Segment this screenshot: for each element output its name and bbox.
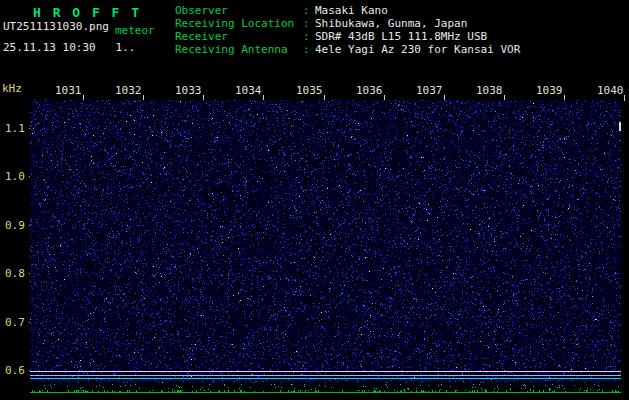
time-label: 1033 [175,84,202,97]
mode-label: meteor [115,24,155,37]
time-label: 1039 [536,84,563,97]
freq-label: 0.9 [5,219,25,232]
info-label: Observer [175,4,303,17]
filename-line: UT2511131030.pngmeteor [3,20,155,33]
time-label: 1034 [235,84,262,97]
station-info: Observer:Masaki Kano Receiving Location:… [175,4,520,56]
hrofft-screen: H R O F F T UT2511131030.pngmeteor 25.11… [0,0,629,400]
time-label: 1031 [55,84,82,97]
time-label: 1038 [476,84,503,97]
info-value: Masaki Kano [315,4,388,17]
info-separator: : [303,17,315,30]
time-label: 1035 [296,84,323,97]
info-value: Shibukawa, Gunma, Japan [315,17,467,30]
info-separator: : [303,43,315,56]
info-separator: : [303,30,315,43]
app-title: H R O F F T [33,5,141,20]
time-label: 1040 [597,84,624,97]
info-row: Receiving Antenna:4ele Yagi Az 230 for K… [175,43,520,56]
info-label: Receiver [175,30,303,43]
info-row: Observer:Masaki Kano [175,4,520,17]
info-row: Receiver:SDR# 43dB L15 111.8MHz USB [175,30,520,43]
signal-strip-canvas [30,384,621,398]
time-label: 1032 [115,84,142,97]
output-filename: UT2511131030.png [3,20,109,33]
info-value: SDR# 43dB L15 111.8MHz USB [315,30,487,43]
info-value: 4ele Yagi Az 230 for Kansai VOR [315,43,520,56]
freq-label: 1.1 [5,122,25,135]
right-edge-marker [619,122,621,131]
time-label: 1036 [356,84,383,97]
info-separator: : [303,4,315,17]
freq-label: 0.6 [5,364,25,377]
time-label: 1037 [416,84,443,97]
freq-label: 1.0 [5,170,25,183]
khz-unit-label: kHz [2,82,22,95]
timestamp: 25.11.13 10:30 1.. [3,41,135,54]
spectrogram-canvas [30,100,621,383]
info-label: Receiving Antenna [175,43,303,56]
freq-label: 0.8 [5,267,25,280]
info-row: Receiving Location:Shibukawa, Gunma, Jap… [175,17,520,30]
freq-label: 0.7 [5,316,25,329]
time-tick [624,95,625,101]
info-label: Receiving Location [175,17,303,30]
